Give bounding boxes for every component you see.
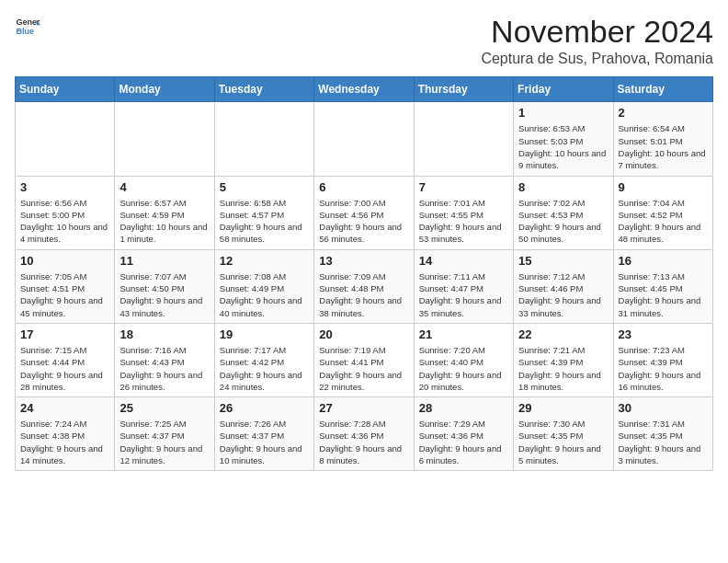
calendar-cell: 7Sunrise: 7:01 AM Sunset: 4:55 PM Daylig… [414, 176, 513, 249]
calendar-cell: 22Sunrise: 7:21 AM Sunset: 4:39 PM Dayli… [514, 323, 613, 396]
cell-info: Sunrise: 7:01 AM Sunset: 4:55 PM Dayligh… [419, 197, 508, 246]
calendar-cell: 28Sunrise: 7:29 AM Sunset: 4:36 PM Dayli… [414, 397, 513, 471]
day-number: 15 [518, 254, 608, 268]
weekday-header-saturday: Saturday [613, 77, 712, 102]
calendar-cell: 5Sunrise: 6:58 AM Sunset: 4:57 PM Daylig… [214, 176, 313, 249]
calendar-cell: 11Sunrise: 7:07 AM Sunset: 4:50 PM Dayli… [115, 249, 214, 323]
calendar-cell: 1Sunrise: 6:53 AM Sunset: 5:03 PM Daylig… [514, 102, 613, 176]
calendar-cell: 18Sunrise: 7:16 AM Sunset: 4:43 PM Dayli… [115, 323, 214, 396]
calendar-cell: 9Sunrise: 7:04 AM Sunset: 4:52 PM Daylig… [613, 176, 712, 249]
day-number: 2 [619, 106, 708, 120]
cell-info: Sunrise: 7:11 AM Sunset: 4:47 PM Dayligh… [419, 270, 508, 319]
cell-info: Sunrise: 7:25 AM Sunset: 4:37 PM Dayligh… [119, 418, 209, 466]
day-number: 4 [119, 180, 209, 194]
cell-info: Sunrise: 7:24 AM Sunset: 4:38 PM Dayligh… [20, 418, 109, 466]
weekday-header-sunday: Sunday [16, 77, 115, 102]
cell-info: Sunrise: 7:28 AM Sunset: 4:36 PM Dayligh… [319, 418, 408, 466]
day-number: 25 [119, 401, 209, 415]
day-number: 20 [319, 327, 408, 341]
calendar-cell [314, 102, 414, 176]
cell-info: Sunrise: 7:20 AM Sunset: 4:40 PM Dayligh… [419, 344, 508, 393]
cell-info: Sunrise: 7:00 AM Sunset: 4:56 PM Dayligh… [319, 197, 408, 246]
calendar-cell: 20Sunrise: 7:19 AM Sunset: 4:41 PM Dayli… [314, 323, 414, 396]
cell-info: Sunrise: 7:16 AM Sunset: 4:43 PM Dayligh… [119, 344, 209, 393]
calendar-cell [414, 102, 513, 176]
logo: General Blue [15, 15, 40, 40]
day-number: 7 [419, 180, 508, 194]
cell-info: Sunrise: 7:15 AM Sunset: 4:44 PM Dayligh… [20, 344, 109, 393]
calendar-week-4: 17Sunrise: 7:15 AM Sunset: 4:44 PM Dayli… [16, 323, 713, 396]
day-number: 30 [619, 401, 708, 415]
weekday-header-wednesday: Wednesday [314, 77, 414, 102]
page-header: General Blue November 2024 Ceptura de Su… [15, 15, 713, 67]
cell-info: Sunrise: 6:57 AM Sunset: 4:59 PM Dayligh… [119, 197, 209, 246]
day-number: 17 [20, 327, 109, 341]
location-subtitle: Ceptura de Sus, Prahova, Romania [481, 51, 713, 67]
day-number: 5 [220, 180, 309, 194]
month-title: November 2024 [481, 15, 713, 49]
day-number: 9 [619, 180, 708, 194]
day-number: 26 [220, 401, 309, 415]
weekday-header-monday: Monday [115, 77, 214, 102]
calendar-cell: 21Sunrise: 7:20 AM Sunset: 4:40 PM Dayli… [414, 323, 513, 396]
logo-icon: General Blue [15, 15, 40, 40]
day-number: 23 [619, 327, 708, 341]
cell-info: Sunrise: 7:17 AM Sunset: 4:42 PM Dayligh… [220, 344, 309, 393]
day-number: 6 [319, 180, 408, 194]
calendar-cell: 19Sunrise: 7:17 AM Sunset: 4:42 PM Dayli… [214, 323, 313, 396]
calendar-cell: 6Sunrise: 7:00 AM Sunset: 4:56 PM Daylig… [314, 176, 414, 249]
day-number: 12 [220, 254, 309, 268]
cell-info: Sunrise: 7:07 AM Sunset: 4:50 PM Dayligh… [119, 270, 209, 319]
calendar-week-1: 1Sunrise: 6:53 AM Sunset: 5:03 PM Daylig… [16, 102, 713, 176]
cell-info: Sunrise: 6:53 AM Sunset: 5:03 PM Dayligh… [518, 122, 608, 171]
day-number: 13 [319, 254, 408, 268]
calendar-cell: 25Sunrise: 7:25 AM Sunset: 4:37 PM Dayli… [115, 397, 214, 471]
cell-info: Sunrise: 7:23 AM Sunset: 4:39 PM Dayligh… [619, 344, 708, 393]
weekday-header-friday: Friday [514, 77, 613, 102]
cell-info: Sunrise: 6:58 AM Sunset: 4:57 PM Dayligh… [220, 197, 309, 246]
calendar-cell: 27Sunrise: 7:28 AM Sunset: 4:36 PM Dayli… [314, 397, 414, 471]
cell-info: Sunrise: 7:08 AM Sunset: 4:49 PM Dayligh… [220, 270, 309, 319]
calendar-cell: 13Sunrise: 7:09 AM Sunset: 4:48 PM Dayli… [314, 249, 414, 323]
weekday-header-thursday: Thursday [414, 77, 513, 102]
calendar-cell: 10Sunrise: 7:05 AM Sunset: 4:51 PM Dayli… [16, 249, 115, 323]
cell-info: Sunrise: 7:19 AM Sunset: 4:41 PM Dayligh… [319, 344, 408, 393]
day-number: 14 [419, 254, 508, 268]
calendar-cell: 26Sunrise: 7:26 AM Sunset: 4:37 PM Dayli… [214, 397, 313, 471]
day-number: 10 [20, 254, 109, 268]
calendar-cell [214, 102, 313, 176]
calendar-cell: 30Sunrise: 7:31 AM Sunset: 4:35 PM Dayli… [613, 397, 712, 471]
day-number: 28 [419, 401, 508, 415]
cell-info: Sunrise: 7:13 AM Sunset: 4:45 PM Dayligh… [619, 270, 708, 319]
calendar-cell: 8Sunrise: 7:02 AM Sunset: 4:53 PM Daylig… [514, 176, 613, 249]
calendar-cell: 24Sunrise: 7:24 AM Sunset: 4:38 PM Dayli… [16, 397, 115, 471]
cell-info: Sunrise: 6:54 AM Sunset: 5:01 PM Dayligh… [619, 122, 708, 171]
day-number: 1 [518, 106, 608, 120]
calendar-header: SundayMondayTuesdayWednesdayThursdayFrid… [16, 77, 713, 102]
calendar-cell: 17Sunrise: 7:15 AM Sunset: 4:44 PM Dayli… [16, 323, 115, 396]
cell-info: Sunrise: 7:02 AM Sunset: 4:53 PM Dayligh… [518, 197, 608, 246]
cell-info: Sunrise: 7:31 AM Sunset: 4:35 PM Dayligh… [619, 418, 708, 466]
calendar-cell: 3Sunrise: 6:56 AM Sunset: 5:00 PM Daylig… [16, 176, 115, 249]
title-section: November 2024 Ceptura de Sus, Prahova, R… [481, 15, 713, 67]
cell-info: Sunrise: 7:05 AM Sunset: 4:51 PM Dayligh… [20, 270, 109, 319]
cell-info: Sunrise: 7:04 AM Sunset: 4:52 PM Dayligh… [619, 197, 708, 246]
calendar-cell: 16Sunrise: 7:13 AM Sunset: 4:45 PM Dayli… [613, 249, 712, 323]
calendar-cell: 23Sunrise: 7:23 AM Sunset: 4:39 PM Dayli… [613, 323, 712, 396]
calendar-cell: 14Sunrise: 7:11 AM Sunset: 4:47 PM Dayli… [414, 249, 513, 323]
calendar-cell [115, 102, 214, 176]
day-number: 21 [419, 327, 508, 341]
weekday-header-tuesday: Tuesday [214, 77, 313, 102]
calendar-cell: 4Sunrise: 6:57 AM Sunset: 4:59 PM Daylig… [115, 176, 214, 249]
cell-info: Sunrise: 7:09 AM Sunset: 4:48 PM Dayligh… [319, 270, 408, 319]
calendar-table: SundayMondayTuesdayWednesdayThursdayFrid… [15, 76, 713, 471]
day-number: 19 [220, 327, 309, 341]
svg-text:Blue: Blue [16, 27, 34, 36]
calendar-week-2: 3Sunrise: 6:56 AM Sunset: 5:00 PM Daylig… [16, 176, 713, 249]
day-number: 3 [20, 180, 109, 194]
cell-info: Sunrise: 7:26 AM Sunset: 4:37 PM Dayligh… [220, 418, 309, 466]
calendar-cell: 15Sunrise: 7:12 AM Sunset: 4:46 PM Dayli… [514, 249, 613, 323]
calendar-cell: 2Sunrise: 6:54 AM Sunset: 5:01 PM Daylig… [613, 102, 712, 176]
day-number: 22 [518, 327, 608, 341]
day-number: 8 [518, 180, 608, 194]
